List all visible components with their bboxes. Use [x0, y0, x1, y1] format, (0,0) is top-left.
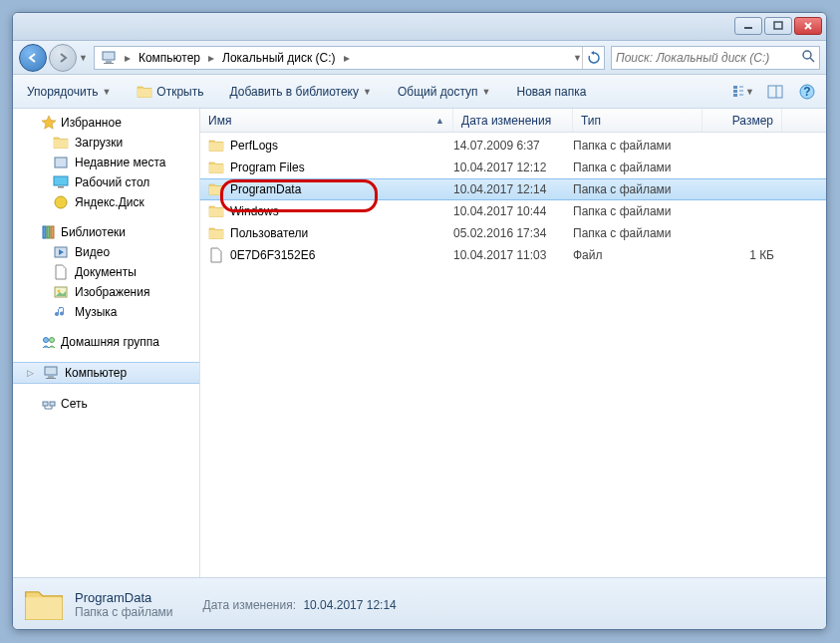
column-header-size[interactable]: Размер — [702, 109, 782, 132]
file-name: PerfLogs — [230, 139, 278, 153]
minimize-button[interactable] — [734, 17, 762, 35]
nav-history-dropdown[interactable]: ▼ — [79, 53, 88, 63]
file-row[interactable]: PerfLogs14.07.2009 6:37Папка с файлами — [200, 135, 826, 157]
file-date: 14.07.2009 6:37 — [453, 139, 573, 153]
folder-icon — [208, 181, 224, 197]
file-size: 1 КБ — [702, 248, 782, 262]
file-type: Файл — [573, 248, 702, 262]
file-row[interactable]: 0E7D6F3152E610.04.2017 11:03Файл1 КБ — [200, 244, 826, 266]
folder-icon — [208, 203, 224, 219]
sidebar-item-video[interactable]: Видео — [13, 242, 199, 262]
svg-rect-21 — [733, 94, 737, 97]
sidebar-computer-header[interactable]: ▷Компьютер — [13, 362, 199, 384]
maximize-button[interactable] — [764, 17, 792, 35]
column-header-name[interactable]: Имя▲ — [200, 109, 453, 132]
svg-rect-20 — [733, 90, 737, 93]
search-input[interactable] — [616, 51, 801, 65]
new-folder-button[interactable]: Новая папка — [510, 82, 592, 102]
sidebar-network-header[interactable]: Сеть — [13, 394, 199, 414]
search-box[interactable] — [611, 46, 820, 70]
file-date: 10.04.2017 12:12 — [453, 161, 573, 174]
details-pane: ProgramData Папка с файлами Дата изменен… — [13, 577, 826, 630]
sidebar-item-yandex[interactable]: Яндекс.Диск — [13, 192, 199, 212]
file-date: 10.04.2017 12:14 — [453, 182, 573, 196]
folder-icon — [208, 225, 224, 241]
file-name: Program Files — [230, 161, 305, 174]
column-header-date[interactable]: Дата изменения — [453, 109, 573, 132]
content-area: Имя▲ Дата изменения Тип Размер PerfLogs1… — [200, 109, 826, 577]
chevron-right-icon: ▸ — [342, 51, 352, 65]
file-name: ProgramData — [230, 182, 301, 196]
svg-point-17 — [803, 51, 811, 59]
titlebar — [13, 13, 826, 41]
sidebar-item-music[interactable]: Музыка — [13, 302, 199, 322]
share-button[interactable]: Общий доступ ▼ — [392, 82, 497, 102]
sidebar-item-pictures[interactable]: Изображения — [13, 282, 199, 302]
open-button[interactable]: Открыть — [131, 81, 209, 103]
sidebar-item-documents[interactable]: Документы — [13, 262, 199, 282]
details-date-value: 10.04.2017 12:14 — [303, 598, 396, 612]
folder-icon — [208, 160, 224, 175]
forward-button[interactable] — [49, 44, 77, 72]
sidebar-libraries-header[interactable]: Библиотеки — [13, 222, 199, 242]
file-list[interactable]: PerfLogs14.07.2009 6:37Папка с файламиPr… — [200, 133, 826, 577]
sidebar-favorites-header[interactable]: Избранное — [13, 113, 199, 133]
sidebar-item-downloads[interactable]: Загрузки — [13, 133, 199, 153]
file-type: Папка с файлами — [573, 226, 702, 240]
details-name: ProgramData — [75, 590, 173, 605]
add-to-library-button[interactable]: Добавить в библиотеку ▼ — [223, 82, 377, 102]
toolbar: Упорядочить ▼ Открыть Добавить в библиот… — [13, 75, 826, 109]
chevron-right-icon: ▸ — [123, 51, 133, 65]
sidebar-item-recent[interactable]: Недавние места — [13, 153, 199, 172]
organize-button[interactable]: Упорядочить ▼ — [21, 82, 117, 102]
search-icon — [801, 49, 815, 66]
svg-rect-29 — [55, 158, 67, 167]
file-date: 10.04.2017 11:03 — [453, 248, 573, 262]
sidebar: Избранное Загрузки Недавние места Рабочи… — [13, 109, 200, 577]
file-type: Папка с файлами — [573, 139, 702, 153]
file-date: 10.04.2017 10:44 — [453, 204, 573, 218]
folder-icon — [23, 584, 65, 626]
navbar: ▼ ▸ Компьютер ▸ Локальный диск (C:) ▸ ▼ — [13, 41, 826, 75]
back-button[interactable] — [19, 44, 47, 72]
breadcrumb[interactable]: ▸ Компьютер ▸ Локальный диск (C:) ▸ ▼ — [94, 46, 605, 70]
file-row[interactable]: Program Files10.04.2017 12:12Папка с фай… — [200, 157, 826, 178]
help-button[interactable]: ? — [796, 81, 818, 103]
file-type: Папка с файлами — [573, 204, 702, 218]
file-row[interactable]: Пользователи05.02.2016 17:34Папка с файл… — [200, 222, 826, 244]
details-type: Папка с файлами — [75, 605, 173, 619]
svg-rect-31 — [58, 186, 64, 188]
breadcrumb-item[interactable]: Локальный диск (C:) — [216, 47, 342, 69]
sidebar-homegroup-header[interactable]: Домашняя группа — [13, 332, 199, 352]
file-icon — [208, 247, 224, 263]
file-row[interactable]: ProgramData10.04.2017 12:14Папка с файла… — [200, 178, 826, 200]
file-row[interactable]: Windows10.04.2017 10:44Папка с файлами — [200, 200, 826, 222]
svg-rect-19 — [733, 86, 737, 89]
column-header-row: Имя▲ Дата изменения Тип Размер — [200, 109, 826, 133]
sidebar-item-desktop[interactable]: Рабочий стол — [13, 172, 199, 192]
details-date-label: Дата изменения: — [203, 598, 297, 612]
close-button[interactable] — [794, 17, 822, 35]
explorer-window: ▼ ▸ Компьютер ▸ Локальный диск (C:) ▸ ▼ … — [12, 12, 827, 630]
column-header-type[interactable]: Тип — [573, 109, 702, 132]
file-date: 05.02.2016 17:34 — [453, 226, 573, 240]
svg-rect-30 — [54, 176, 68, 185]
folder-icon — [208, 138, 224, 154]
file-type: Папка с файлами — [573, 182, 702, 196]
file-type: Папка с файлами — [573, 161, 702, 174]
chevron-right-icon: ▸ — [206, 51, 216, 65]
svg-point-32 — [55, 196, 67, 208]
preview-pane-button[interactable] — [764, 81, 786, 103]
svg-line-18 — [810, 58, 814, 62]
refresh-button[interactable] — [582, 47, 604, 69]
view-options-button[interactable]: ▼ — [732, 81, 754, 103]
file-name: 0E7D6F3152E6 — [230, 248, 315, 262]
svg-rect-14 — [774, 22, 782, 29]
breadcrumb-item[interactable]: Компьютер — [133, 47, 206, 69]
file-name: Пользователи — [230, 226, 308, 240]
file-name: Windows — [230, 204, 279, 218]
svg-rect-25 — [768, 86, 782, 98]
svg-text:?: ? — [803, 85, 810, 99]
breadcrumb-dropdown[interactable]: ▼ — [573, 53, 582, 63]
breadcrumb-root-icon[interactable] — [95, 47, 123, 69]
